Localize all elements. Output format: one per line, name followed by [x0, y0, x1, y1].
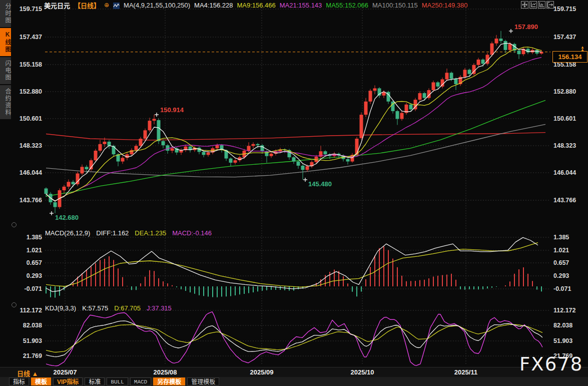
- date-axis-row: 日线 ▲ 2025/07 2025/08 2025/09 2025/10 202…: [0, 367, 588, 377]
- svg-text:146.044: 146.044: [553, 169, 576, 176]
- watermark-logo: FX678: [519, 353, 583, 375]
- kdj-d-value: D:67.705: [114, 304, 141, 312]
- svg-text:148.323: 148.323: [553, 142, 576, 149]
- svg-text:1.385: 1.385: [553, 234, 569, 241]
- svg-text:157.437: 157.437: [553, 34, 576, 41]
- axis-scale-right-icon[interactable]: [538, 1, 545, 9]
- tab-manage-templates[interactable]: 管理模板: [187, 377, 219, 385]
- macd-panel-toggle-icon[interactable]: [12, 222, 17, 227]
- svg-text:148.323: 148.323: [20, 142, 42, 149]
- tab-bull[interactable]: BULL: [107, 377, 128, 385]
- chart-header: 美元日元 【日线】 ⊕ MA(4,9,21,55,100,250) MA4:15…: [44, 1, 468, 9]
- last-price-box: 156.134: [552, 51, 587, 63]
- ma250-value: MA250:149.380: [422, 2, 468, 9]
- svg-text:152.880: 152.880: [20, 88, 42, 95]
- svg-text:157.890: 157.890: [514, 23, 538, 31]
- ma55-value: MA55:152.066: [326, 2, 368, 9]
- sidebar: 分时图 K线图 闪电图 合约资料: [0, 0, 11, 367]
- svg-text:0.293: 0.293: [27, 272, 42, 279]
- svg-text:112.172: 112.172: [20, 307, 43, 314]
- svg-text:112.172: 112.172: [553, 307, 576, 314]
- svg-text:143.766: 143.766: [553, 197, 576, 204]
- kdj-panel-toggle-icon[interactable]: [12, 302, 17, 307]
- kdj-title: KDJ(9,3,3): [45, 304, 76, 312]
- svg-text:146.044: 146.044: [20, 169, 42, 176]
- ma9-value: MA9:156.466: [237, 2, 275, 9]
- kdj-panel-header: KDJ(9,3,3) K:57.575 D:67.705 J:37.315: [45, 304, 172, 312]
- axis-date-label: 2025/10: [351, 368, 374, 376]
- svg-text:1.021: 1.021: [553, 247, 569, 254]
- svg-text:1.021: 1.021: [27, 247, 42, 254]
- macd-value: MACD:-0.146: [172, 229, 212, 237]
- svg-text:1.385: 1.385: [27, 234, 42, 241]
- svg-text:21.769: 21.769: [23, 352, 42, 359]
- tab-macd[interactable]: MACD: [130, 377, 151, 385]
- svg-text:-0.071: -0.071: [25, 285, 42, 292]
- tab-standard[interactable]: 标准: [85, 377, 105, 385]
- axis-date-label: 2025/09: [250, 368, 274, 376]
- sidebar-item-candlestick-chart[interactable]: K线图: [0, 28, 11, 56]
- kdj-k-value: K:57.575: [82, 304, 108, 312]
- svg-text:82.038: 82.038: [23, 322, 42, 329]
- sidebar-item-timeline-chart[interactable]: 分时图: [0, 0, 11, 27]
- ma-settings-label: MA(4,9,21,55,100,250): [124, 2, 190, 9]
- axis-date-label: 2025/11: [454, 368, 477, 376]
- chart-type-icon[interactable]: [113, 3, 120, 9]
- macd-dea-value: DEA:1.235: [135, 229, 166, 237]
- macd-diff-value: DIFF:1.162: [96, 229, 129, 237]
- trading-app-window: { "header": { "symbol": "美元日元", "period_…: [0, 0, 588, 386]
- svg-text:51.903: 51.903: [553, 337, 572, 344]
- macd-title: MACD(26,12,9): [45, 229, 90, 237]
- exit-fullscreen-icon[interactable]: [546, 1, 554, 9]
- svg-text:0.293: 0.293: [553, 272, 569, 279]
- ma100-value: MA100:150.115: [372, 2, 418, 9]
- ma4-value: MA4:156.228: [194, 2, 233, 9]
- axis-date-label: 2025/07: [54, 368, 77, 376]
- axis-scale-left-icon[interactable]: [529, 1, 537, 9]
- pan-mode-icon[interactable]: [521, 1, 528, 9]
- tab-templates[interactable]: 模板: [31, 377, 51, 385]
- svg-text:145.480: 145.480: [308, 180, 332, 188]
- chart-canvas[interactable]: 150.914157.890145.480142.680159.715159.7…: [0, 0, 588, 367]
- period-tag[interactable]: 【日线】: [74, 1, 100, 10]
- ma21-value: MA21:155.143: [280, 2, 322, 9]
- svg-text:152.880: 152.880: [553, 88, 576, 95]
- svg-text:0.657: 0.657: [553, 259, 569, 266]
- sidebar-item-contract-info[interactable]: 合约资料: [0, 85, 11, 119]
- svg-text:51.903: 51.903: [23, 337, 42, 344]
- svg-text:159.715: 159.715: [553, 6, 576, 13]
- svg-text:155.158: 155.158: [20, 61, 42, 68]
- add-indicator-icon[interactable]: ⊕: [104, 2, 109, 9]
- svg-text:150.914: 150.914: [160, 106, 184, 114]
- svg-text:150.601: 150.601: [20, 115, 42, 122]
- macd-panel-header: MACD(26,12,9) DIFF:1.162 DEA:1.235 MACD:…: [45, 229, 212, 237]
- svg-text:159.715: 159.715: [20, 6, 42, 13]
- svg-text:143.766: 143.766: [20, 197, 42, 204]
- tab-vip-indicators[interactable]: VIP指标: [53, 377, 83, 385]
- price-arrow-marker: ▲▲: [580, 46, 584, 51]
- sidebar-item-lightning-chart[interactable]: 闪电图: [0, 57, 11, 84]
- symbol-name: 美元日元: [44, 1, 70, 10]
- svg-text:142.680: 142.680: [55, 214, 79, 221]
- tab-save-template[interactable]: 另存模板: [153, 377, 185, 385]
- svg-text:150.601: 150.601: [553, 115, 576, 122]
- svg-text:0.657: 0.657: [27, 259, 42, 266]
- tab-indicators[interactable]: 指标: [9, 377, 29, 385]
- chart-toolbar-icons: [521, 1, 554, 9]
- bottom-toolbar: 指标 模板 VIP指标 标准 BULL MACD 另存模板 管理模板: [0, 377, 588, 386]
- kdj-j-value: J:37.315: [147, 304, 172, 312]
- axis-date-label: 2025/08: [154, 368, 177, 376]
- svg-text:157.437: 157.437: [20, 34, 42, 41]
- svg-text:82.038: 82.038: [553, 322, 572, 329]
- svg-text:-0.071: -0.071: [553, 285, 571, 292]
